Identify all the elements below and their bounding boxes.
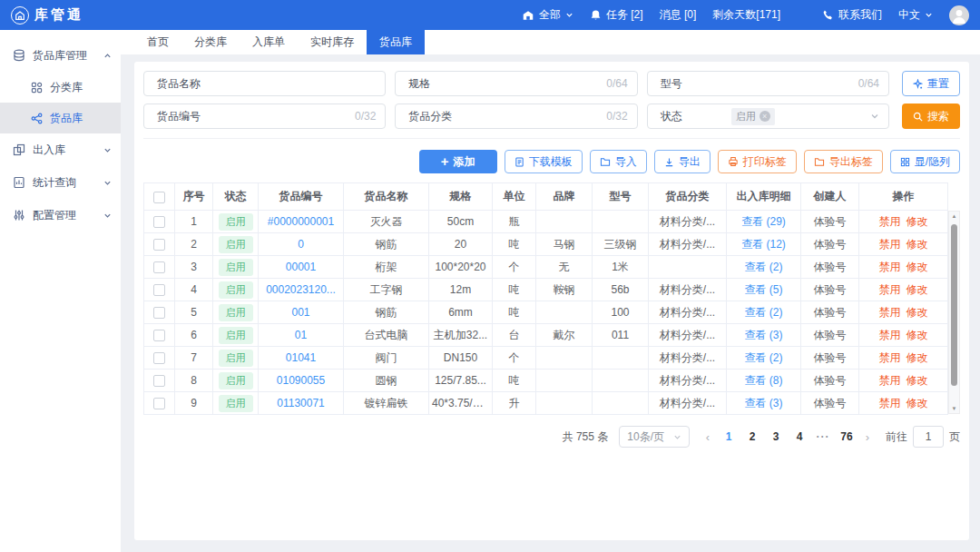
- disable-link[interactable]: 禁用: [879, 261, 901, 273]
- warehouse-scope-selector[interactable]: 全部: [522, 7, 573, 23]
- view-detail-link[interactable]: 查看 (2): [745, 261, 783, 273]
- row-checkbox[interactable]: [153, 330, 165, 341]
- view-detail-link[interactable]: 查看 (3): [745, 397, 783, 409]
- edit-link[interactable]: 修改: [906, 374, 928, 387]
- page-number-76[interactable]: 76: [837, 430, 857, 443]
- user-avatar[interactable]: [949, 5, 969, 25]
- print-label-button[interactable]: 打印标签: [718, 150, 797, 173]
- tasks-menu[interactable]: 任务 [2]: [590, 7, 643, 23]
- sidebar-item-goods-library[interactable]: 货品库: [0, 103, 121, 133]
- view-detail-link[interactable]: 查看 (2): [745, 351, 783, 364]
- tab-realtime-stock[interactable]: 实时库存: [298, 30, 367, 54]
- view-detail-link[interactable]: 查看 (12): [741, 238, 786, 251]
- goods-code-link[interactable]: 01041: [286, 351, 316, 364]
- messages-menu[interactable]: 消息 [0]: [660, 7, 697, 23]
- tab-category-library[interactable]: 分类库: [181, 30, 240, 54]
- goods-code-link[interactable]: 0: [298, 238, 304, 251]
- disable-link[interactable]: 禁用: [879, 351, 901, 364]
- days-left-indicator[interactable]: 剩余天数[171]: [712, 7, 780, 23]
- goods-code-link[interactable]: 0002023120...: [266, 283, 336, 296]
- export-button[interactable]: 导出: [654, 150, 710, 173]
- tab-inbound-order[interactable]: 入库单: [240, 30, 298, 54]
- tag-close-icon[interactable]: ×: [760, 111, 770, 122]
- sidebar-item-goods-management[interactable]: 货品库管理: [0, 39, 121, 72]
- disable-link[interactable]: 禁用: [879, 238, 901, 251]
- reset-button[interactable]: 重置: [902, 71, 960, 96]
- goods-code-link[interactable]: 01: [295, 329, 307, 341]
- view-detail-link[interactable]: 查看 (3): [745, 329, 783, 341]
- tab-home[interactable]: 首页: [134, 30, 181, 54]
- edit-link[interactable]: 修改: [906, 238, 928, 251]
- edit-link[interactable]: 修改: [906, 215, 928, 228]
- scroll-down-icon[interactable]: ▼: [949, 404, 959, 413]
- disable-link[interactable]: 禁用: [879, 397, 901, 409]
- view-detail-link[interactable]: 查看 (29): [741, 215, 786, 228]
- disable-link[interactable]: 禁用: [879, 215, 901, 228]
- row-checkbox[interactable]: [153, 307, 165, 319]
- page-number-1[interactable]: 1: [719, 430, 739, 443]
- row-checkbox[interactable]: [153, 239, 165, 251]
- model-input[interactable]: [726, 72, 858, 95]
- next-page-button[interactable]: ›: [860, 430, 875, 444]
- edit-link[interactable]: 修改: [906, 397, 928, 409]
- edit-link[interactable]: 修改: [906, 261, 928, 273]
- toggle-columns-button[interactable]: 显/隐列: [890, 150, 960, 173]
- row-checkbox[interactable]: [153, 398, 165, 409]
- scrollbar-thumb[interactable]: [951, 224, 957, 386]
- language-selector[interactable]: 中文: [898, 7, 933, 23]
- goods-code-link[interactable]: 01130071: [277, 397, 325, 409]
- view-detail-link[interactable]: 查看 (5): [745, 283, 783, 296]
- import-button[interactable]: 导入: [590, 150, 647, 173]
- page-number-2[interactable]: 2: [742, 430, 762, 443]
- view-detail-link[interactable]: 查看 (8): [745, 374, 783, 387]
- select-all-checkbox[interactable]: [153, 192, 165, 203]
- goods-code-link[interactable]: 00001: [286, 261, 316, 273]
- scroll-up-icon[interactable]: ▲: [949, 212, 959, 221]
- goods-name-label: 货品名称: [144, 76, 222, 92]
- goods-category-input[interactable]: [474, 104, 606, 128]
- goods-code-input[interactable]: [222, 104, 355, 128]
- import-button-label: 导入: [615, 154, 637, 170]
- disable-link[interactable]: 禁用: [879, 283, 901, 296]
- download-template-button[interactable]: 下载模板: [505, 150, 583, 173]
- row-checkbox[interactable]: [153, 284, 165, 296]
- row-checkbox[interactable]: [153, 261, 165, 273]
- edit-link[interactable]: 修改: [906, 351, 928, 364]
- prev-page-button[interactable]: ‹: [701, 430, 715, 444]
- view-detail-link[interactable]: 查看 (2): [745, 306, 783, 319]
- row-checkbox[interactable]: [153, 352, 165, 364]
- header-brand: 品牌: [536, 183, 593, 211]
- status-badge: 启用: [219, 372, 253, 389]
- tab-goods-library[interactable]: 货品库: [367, 30, 425, 54]
- goto-page-input[interactable]: [913, 426, 944, 448]
- edit-link[interactable]: 修改: [906, 283, 928, 296]
- status-select[interactable]: 状态 启用 ×: [647, 104, 889, 129]
- page-size-select[interactable]: 10条/页: [619, 426, 690, 448]
- edit-link[interactable]: 修改: [906, 306, 928, 319]
- contact-us-menu[interactable]: 联系我们: [822, 7, 882, 23]
- vertical-scrollbar[interactable]: ▲ ▼: [948, 211, 960, 414]
- sidebar-item-inout-warehouse[interactable]: 出入库: [0, 133, 121, 166]
- disable-link[interactable]: 禁用: [879, 306, 901, 319]
- edit-link[interactable]: 修改: [906, 329, 928, 341]
- sidebar-item-config-management[interactable]: 配置管理: [0, 199, 121, 232]
- row-checkbox[interactable]: [153, 375, 165, 387]
- page-number-3[interactable]: 3: [766, 430, 786, 443]
- cell-goods-name: 台式电脑: [344, 324, 429, 347]
- disable-link[interactable]: 禁用: [879, 374, 901, 387]
- page-ellipsis[interactable]: ···: [813, 430, 833, 443]
- sidebar-item-category-library[interactable]: 分类库: [0, 72, 121, 103]
- export-label-button[interactable]: 导出标签: [804, 150, 883, 173]
- goods-name-input[interactable]: [222, 72, 385, 95]
- search-button[interactable]: 搜索: [902, 104, 960, 129]
- add-button[interactable]: 添加: [419, 150, 497, 173]
- disable-link[interactable]: 禁用: [879, 329, 901, 341]
- grid-icon: [900, 157, 910, 167]
- page-number-4[interactable]: 4: [789, 430, 809, 443]
- goods-code-link[interactable]: 001: [291, 306, 309, 319]
- spec-input[interactable]: [474, 72, 606, 95]
- row-checkbox[interactable]: [153, 216, 165, 228]
- goods-code-link[interactable]: 01090055: [277, 374, 325, 387]
- sidebar-item-statistics-query[interactable]: 统计查询: [0, 166, 121, 199]
- goods-code-link[interactable]: #0000000001: [268, 215, 334, 228]
